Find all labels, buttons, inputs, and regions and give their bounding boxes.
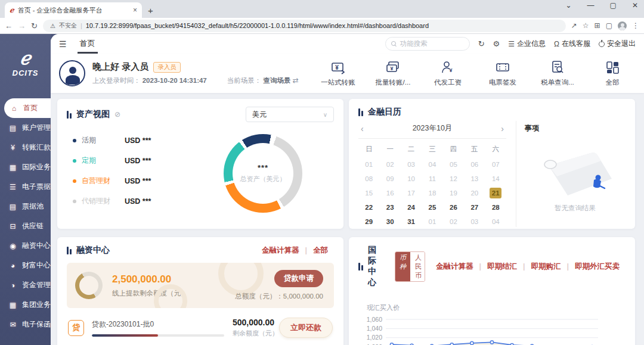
spot-purchase-link[interactable]: 即期购汇: [525, 262, 567, 272]
calendar-day[interactable]: 19: [443, 188, 464, 198]
calendar-day[interactable]: 28: [485, 202, 506, 213]
browser-profile-avatar[interactable]: [618, 21, 627, 30]
calendar-day[interactable]: 15: [358, 188, 379, 198]
browser-tab[interactable]: ℯ 首页 - 企业综合金融服务平台 ×: [5, 2, 142, 18]
calendar-day[interactable]: 23: [379, 202, 400, 213]
calendar-day[interactable]: 01: [358, 159, 379, 170]
calendar-day[interactable]: 25: [422, 202, 442, 213]
sidebar-item-e-bills[interactable]: ☰电子票据: [0, 177, 51, 197]
quick-action-one-stop-transfer[interactable]: ¥ 一站式转账: [320, 60, 357, 87]
calendar-day[interactable]: 06: [464, 159, 485, 170]
refresh-icon[interactable]: ↻: [478, 39, 485, 48]
menu-collapse-icon[interactable]: ☰: [59, 39, 67, 49]
window-close-icon[interactable]: ✕: [632, 1, 638, 10]
calendar-day[interactable]: 18: [422, 188, 442, 198]
all-link[interactable]: 全部: [307, 245, 334, 256]
window-minimize-icon[interactable]: —: [587, 1, 595, 10]
calendar-day[interactable]: 11: [422, 173, 442, 184]
tab-close-icon[interactable]: ×: [133, 6, 137, 14]
scene-switch-icon[interactable]: ⇄: [293, 76, 299, 85]
function-search-input[interactable]: 功能搜索: [385, 37, 470, 51]
sidebar-item-funds[interactable]: ◑资金管理: [0, 275, 51, 295]
sidebar-item-international[interactable]: ▦国际业务: [0, 157, 51, 177]
calendar-day[interactable]: 24: [401, 202, 422, 213]
new-tab-button[interactable]: +: [148, 5, 153, 18]
quick-action-payroll[interactable]: ¥ 代发工资: [429, 60, 466, 87]
window-maximize-icon[interactable]: ▢: [610, 1, 617, 10]
calendar-day[interactable]: 01: [422, 216, 442, 227]
calendar-day[interactable]: 31: [401, 216, 422, 227]
calendar-day[interactable]: 16: [379, 188, 400, 198]
calendar-day[interactable]: 04: [485, 216, 506, 227]
address-bar[interactable]: ⚠ 不安全 | 10.7.19.22:8999/fpaas_bucket/941…: [43, 20, 566, 32]
currency-type-select[interactable]: 币种 人民币∨: [395, 251, 425, 282]
sidebar-item-accounts[interactable]: ▤账户管理: [0, 118, 51, 138]
currency-select[interactable]: 美元 ∨: [246, 107, 334, 122]
calendar-day[interactable]: 20: [464, 188, 485, 198]
financial-calculator-link[interactable]: 金融计算器: [256, 245, 305, 256]
donut-center-value: ***: [258, 163, 268, 172]
calendar-day[interactable]: 02: [379, 159, 400, 170]
bookmark-star-icon[interactable]: ☆: [583, 21, 589, 30]
quick-action-batch-transfer[interactable]: ¥ 批量转账/...: [374, 60, 411, 87]
sidebar-item-home[interactable]: ⌂首页: [4, 98, 51, 118]
calendar-day[interactable]: 13: [464, 173, 485, 184]
calendar-day[interactable]: 07: [485, 159, 506, 170]
reload-icon[interactable]: ↻: [31, 21, 38, 30]
asset-view-card: 资产视图 ⊘ 美元 ∨ 活期USD ***定期USD ***自营理财USD **…: [57, 99, 343, 229]
calendar-day[interactable]: 09: [379, 173, 400, 184]
loan-apply-button[interactable]: 贷款申请: [274, 270, 323, 287]
browser-menu-icon[interactable]: ⋮: [632, 21, 639, 30]
app-header: ☰ 首页 功能搜索 ↻ ⚙ ☰ 企业信息 Ω 在线客服: [51, 34, 644, 54]
extensions-icon[interactable]: ⊞: [595, 21, 600, 30]
share-icon[interactable]: ↗: [571, 21, 577, 30]
sidebar-item-wealth[interactable]: ◕财富中心: [0, 256, 51, 275]
svg-text:¥: ¥: [390, 66, 393, 72]
enterprise-info-link[interactable]: ☰ 企业信息: [508, 39, 546, 49]
theme-skin-icon[interactable]: ⚙: [493, 39, 500, 48]
quick-action-eticket-issue[interactable]: 电票签发: [484, 60, 521, 87]
sidebar-item-e-guarantee[interactable]: ✉电子保函: [0, 315, 51, 334]
calendar-day[interactable]: 30: [379, 216, 400, 227]
calendar-day[interactable]: 04: [422, 159, 442, 170]
calendar-day[interactable]: 03: [401, 159, 422, 170]
calendar-day[interactable]: 10: [401, 173, 422, 184]
sidebar-item-bill-pool[interactable]: ▤票据池: [0, 197, 51, 216]
window-restore-icon[interactable]: ⌄: [566, 1, 572, 10]
sidebar-item-financing[interactable]: ◉融资中心: [0, 236, 51, 256]
quick-action-all[interactable]: 全部: [594, 60, 631, 87]
spot-fx-trade-link[interactable]: 即期外汇买卖: [569, 262, 626, 272]
calendar-day[interactable]: 27: [464, 202, 485, 213]
calendar-day[interactable]: 26: [443, 202, 464, 213]
security-warning-icon[interactable]: ⚠: [50, 23, 55, 29]
calendar-prev-icon[interactable]: ‹: [361, 124, 373, 133]
quick-action-tax-query[interactable]: 税单查询...: [539, 60, 576, 87]
fx-line-chart: 1,0601,0401,0201,0009809609482023-01-062…: [358, 315, 626, 345]
repay-now-button[interactable]: 立即还款: [279, 318, 333, 338]
calendar-day[interactable]: 22: [358, 202, 379, 213]
eye-off-icon[interactable]: ⊘: [114, 110, 120, 119]
calendar-day[interactable]: 05: [443, 159, 464, 170]
calendar-day[interactable]: 02: [443, 216, 464, 227]
calendar-day[interactable]: 17: [401, 188, 422, 198]
calendar-next-icon[interactable]: ›: [492, 124, 504, 133]
calendar-day[interactable]: 29: [358, 216, 379, 227]
calendar-day[interactable]: 03: [464, 216, 485, 227]
side-panel-icon[interactable]: ▢: [606, 21, 612, 30]
spot-settlement-link[interactable]: 即期结汇: [481, 262, 523, 272]
sidebar-item-transfer[interactable]: ¥转账汇款: [0, 138, 51, 157]
calendar-day-selected[interactable]: 21: [490, 188, 501, 198]
financing-banner: 2,500,000.00 线上提款剩余额度（元） 贷款申请 总额度（元）：5,0…: [67, 263, 334, 308]
intl-calculator-link[interactable]: 金融计算器: [430, 262, 479, 272]
back-icon[interactable]: ←: [5, 21, 13, 30]
sidebar-item-supply-chain[interactable]: ⊟供应链: [0, 216, 51, 236]
calendar-days[interactable]: 0102030405060708091011121314151617181920…: [358, 159, 506, 227]
forward-icon[interactable]: →: [18, 21, 26, 30]
calendar-day[interactable]: 12: [443, 173, 464, 184]
calendar-day[interactable]: 08: [358, 173, 379, 184]
online-service-link[interactable]: Ω 在线客服: [554, 39, 590, 49]
page-tab-home[interactable]: 首页: [73, 34, 103, 54]
sidebar-item-group[interactable]: ▦集团业务: [0, 295, 51, 315]
safe-exit-link[interactable]: 安全退出: [599, 39, 636, 49]
calendar-day[interactable]: 14: [485, 173, 506, 184]
